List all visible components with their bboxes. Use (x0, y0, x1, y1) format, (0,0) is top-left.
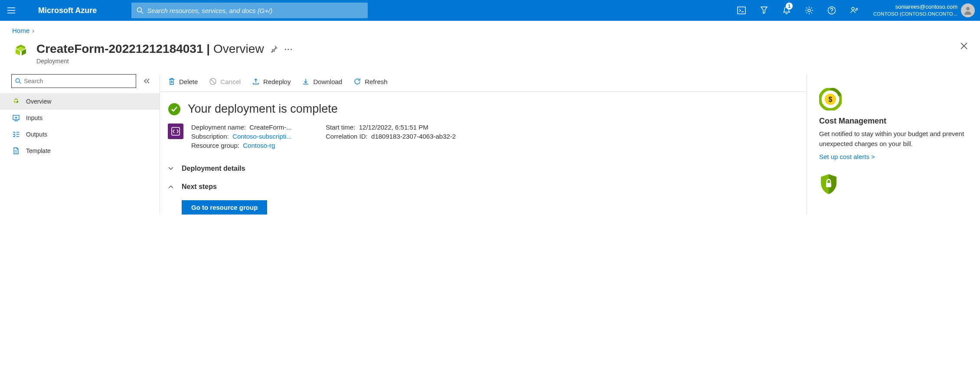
page-subtitle: Deployment (36, 58, 953, 65)
subscription-link[interactable]: Contoso-subscripti... (232, 133, 292, 140)
avatar[interactable] (961, 3, 975, 17)
svg-text:$: $ (829, 96, 833, 103)
cost-card-text: Get notified to stay within your budget … (819, 129, 970, 149)
svg-point-5 (966, 7, 970, 10)
svg-point-6 (16, 78, 20, 82)
sidebar-item-label: Inputs (26, 114, 42, 121)
sidebar-item-inputs[interactable]: Inputs (0, 110, 160, 126)
chevron-double-left-icon (143, 78, 150, 84)
global-search-input[interactable] (147, 7, 363, 14)
redeploy-button[interactable]: Redeploy (252, 78, 291, 85)
help-button[interactable] (821, 0, 842, 21)
sidebar-item-label: Outputs (26, 131, 47, 138)
hamburger-menu[interactable] (5, 4, 17, 16)
page-title-row: CreateForm-20221212184031 | Overview ⋯ D… (0, 39, 980, 74)
settings-button[interactable] (799, 0, 820, 21)
sidebar-nav: Overview Inputs Outputs Template (0, 93, 160, 159)
svg-rect-17 (826, 183, 831, 187)
deployment-name-row: Deployment name: CreateForm-... (191, 124, 317, 131)
sidebar-item-outputs[interactable]: Outputs (0, 126, 160, 143)
more-button[interactable]: ⋯ (284, 44, 294, 54)
account-email: soniarees@contoso.com (873, 3, 957, 11)
close-button[interactable] (960, 42, 968, 50)
start-time-row: Start time: 12/12/2022, 6:51:51 PM (326, 124, 486, 131)
svg-point-4 (852, 7, 854, 10)
cost-management-icon: $ (819, 88, 970, 111)
success-check-icon (168, 103, 181, 116)
svg-rect-1 (738, 7, 745, 14)
notification-badge: 1 (786, 3, 793, 10)
pin-icon (270, 45, 278, 53)
header-icons: 1 (731, 0, 865, 21)
status-message: Your deployment is complete (188, 102, 338, 116)
gear-icon (805, 6, 813, 15)
subscription-row: Subscription: Contoso-subscripti... (191, 133, 317, 140)
trash-icon (168, 78, 176, 85)
correlation-id-row: Correlation ID: d1809183-2307-4063-ab32-… (326, 133, 486, 140)
breadcrumb-home[interactable]: Home (12, 27, 29, 34)
command-bar: Delete Cancel Redeploy Download Refresh (160, 74, 807, 92)
filter-icon (760, 6, 768, 15)
cloud-shell-icon (737, 7, 746, 14)
go-to-resource-group-button[interactable]: Go to resource group (182, 200, 267, 215)
delete-button[interactable]: Delete (168, 78, 198, 85)
user-icon (963, 5, 973, 16)
svg-point-2 (808, 9, 810, 12)
chevron-down-icon (168, 166, 176, 171)
svg-point-8 (14, 132, 15, 133)
notifications-button[interactable]: 1 (776, 0, 797, 21)
sidebar: Overview Inputs Outputs Template (0, 74, 160, 215)
cost-alerts-link[interactable]: Set up cost alerts > (819, 153, 875, 160)
sidebar-item-template[interactable]: Template (0, 143, 160, 159)
pin-button[interactable] (270, 45, 278, 53)
cost-management-card: $ Cost Management Get notified to stay w… (819, 88, 970, 160)
arm-template-icon (168, 124, 183, 139)
deployment-details-expander[interactable]: Deployment details (160, 159, 807, 178)
svg-point-9 (14, 134, 15, 135)
svg-point-0 (137, 8, 142, 12)
help-icon (827, 6, 836, 15)
search-icon (15, 78, 21, 84)
next-steps-expander[interactable]: Next steps (160, 178, 807, 196)
refresh-icon (353, 78, 361, 85)
security-card (819, 173, 970, 195)
resource-group-link[interactable]: Contoso-rg (243, 142, 275, 149)
sidebar-search-input[interactable] (24, 78, 132, 85)
outputs-icon (12, 130, 20, 138)
inputs-icon (12, 114, 20, 122)
sidebar-search[interactable] (11, 74, 136, 88)
right-rail: $ Cost Management Get notified to stay w… (807, 74, 980, 215)
top-header: Microsoft Azure 1 soniarees@contoso.com … (0, 0, 980, 21)
cancel-button: Cancel (209, 78, 241, 85)
account-info[interactable]: soniarees@contoso.com CONTOSO (CONTOSO.O… (873, 3, 957, 17)
collapse-sidebar-button[interactable] (143, 78, 150, 84)
cloud-shell-button[interactable] (731, 0, 752, 21)
breadcrumb: Home › (0, 21, 980, 39)
cost-card-title: Cost Management (819, 117, 970, 126)
hamburger-icon (7, 7, 15, 13)
download-button[interactable]: Download (302, 78, 342, 85)
template-icon (12, 147, 20, 155)
close-icon (960, 42, 968, 50)
deployment-icon (12, 43, 29, 60)
feedback-button[interactable] (844, 0, 865, 21)
account-directory: CONTOSO (CONTOSO.ONCONTO... (873, 11, 957, 17)
cubes-icon (12, 98, 20, 105)
svg-point-10 (14, 136, 15, 137)
sidebar-item-overview[interactable]: Overview (0, 93, 160, 110)
sidebar-item-label: Overview (26, 98, 51, 105)
upload-icon (252, 78, 260, 85)
directory-filter-button[interactable] (754, 0, 774, 21)
page-title: CreateForm-20221212184031 | Overview ⋯ (36, 42, 953, 56)
global-search[interactable] (131, 3, 368, 18)
chevron-right-icon: › (32, 27, 34, 34)
refresh-button[interactable]: Refresh (353, 78, 388, 85)
chevron-up-icon (168, 185, 176, 189)
sidebar-item-label: Template (26, 147, 51, 154)
feedback-icon (850, 6, 859, 15)
download-icon (302, 78, 310, 85)
brand-label[interactable]: Microsoft Azure (38, 6, 97, 15)
search-icon (137, 7, 144, 14)
details-block: Deployment name: CreateForm-... Subscrip… (160, 124, 807, 159)
status-row: Your deployment is complete (160, 92, 807, 124)
